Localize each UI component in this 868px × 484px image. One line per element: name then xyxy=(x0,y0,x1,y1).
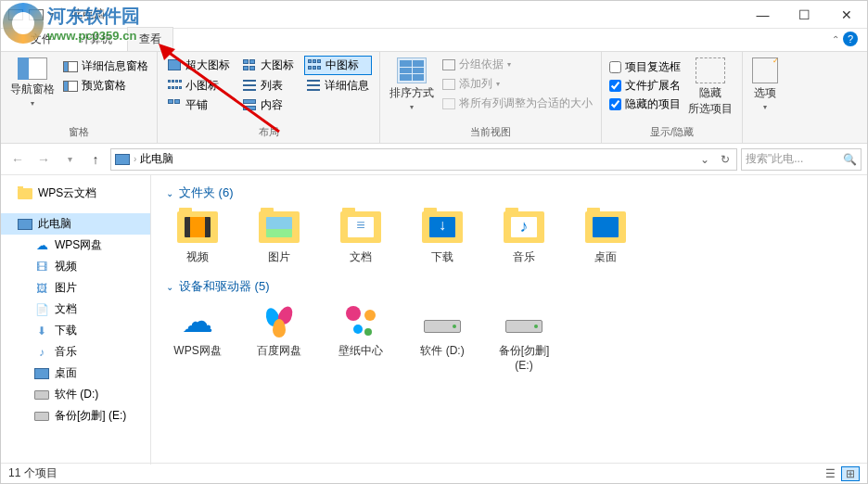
tree-pictures[interactable]: 🖼图片 xyxy=(1,277,150,299)
tree-videos[interactable]: 🎞视频 xyxy=(1,256,150,277)
detail-pane-icon xyxy=(63,61,78,72)
ribbon: 导航窗格 ▾ 详细信息窗格 预览窗格 窗格 超大图标 大图标 中图标 xyxy=(1,51,867,144)
layout-l-button[interactable]: 大图标 xyxy=(240,56,297,75)
drive-icon xyxy=(34,390,49,400)
tree-drive-e[interactable]: 备份[勿删] (E:) xyxy=(1,405,150,427)
item-checkbox-toggle[interactable]: 项目复选框 xyxy=(609,59,681,75)
status-item-count: 11 个项目 xyxy=(8,465,57,481)
drive-icon xyxy=(34,412,49,421)
tree-wps-disk[interactable]: ☁WPS网盘 xyxy=(1,235,150,256)
layout-content-button[interactable]: 内容 xyxy=(240,96,297,114)
group-label-showhide: 显示/隐藏 xyxy=(609,123,734,139)
folder-item-desktop[interactable]: 桌面 xyxy=(574,209,637,265)
address-dropdown-icon[interactable]: ⌄ xyxy=(696,150,714,169)
recent-dropdown[interactable]: ▾ xyxy=(58,148,81,171)
nav-pane-button[interactable]: 导航窗格 ▾ xyxy=(8,56,57,109)
desktop-icon xyxy=(34,368,49,379)
chevron-right-icon[interactable]: › xyxy=(134,154,136,164)
nav-pane-icon xyxy=(18,57,47,80)
ribbon-group-showhide: 项目复选框 文件扩展名 隐藏的项目 隐藏 所选项目 显示/隐藏 xyxy=(602,52,743,143)
file-ext-toggle[interactable]: 文件扩展名 xyxy=(609,78,681,94)
group-label-layout: 布局 xyxy=(165,123,372,139)
qat-icon[interactable] xyxy=(29,9,44,20)
search-icon: 🔍 xyxy=(843,153,857,166)
layout-s-button[interactable]: 小图标 xyxy=(165,77,233,95)
up-button[interactable]: ↑ xyxy=(84,148,107,171)
section-devices-header[interactable]: ⌄设备和驱动器 (5) xyxy=(166,278,852,295)
add-columns-button[interactable]: 添加列▾ xyxy=(441,75,594,93)
refresh-button[interactable]: ↻ xyxy=(716,150,734,169)
tree-wps-cloud[interactable]: WPS云文档 xyxy=(1,183,150,204)
help-icon[interactable]: ? xyxy=(843,32,858,46)
group-by-button[interactable]: 分组依据▾ xyxy=(441,56,594,73)
nav-tree: WPS云文档 此电脑 ☁WPS网盘 🎞视频 🖼图片 📄文档 ⬇下载 ♪音乐 桌面… xyxy=(1,175,151,465)
video-icon: 🎞 xyxy=(34,261,49,274)
tree-this-pc[interactable]: 此电脑 xyxy=(1,213,150,235)
folder-item-video[interactable]: 视频 xyxy=(166,209,229,265)
folder-item-downloads[interactable]: 下载 xyxy=(411,209,474,265)
drive-item-baidu[interactable]: 百度网盘 xyxy=(248,302,311,372)
forward-button: → xyxy=(32,148,55,171)
group-label-currentview: 当前视图 xyxy=(388,123,594,139)
drive-item-e[interactable]: 备份[勿删] (E:) xyxy=(492,302,555,372)
title-bar: ▾ 此电脑 — ☐ ✕ xyxy=(1,1,867,29)
section-folders-header[interactable]: ⌄文件夹 (6) xyxy=(166,185,852,201)
hide-selected-button[interactable]: 隐藏 所选项目 xyxy=(686,56,734,119)
options-button[interactable]: ✓ 选项 ▾ xyxy=(750,56,780,113)
ribbon-group-layout: 超大图标 大图标 中图标 小图标 列表 详细信息 平铺 内容 布局 xyxy=(158,52,380,143)
qat-icon[interactable] xyxy=(8,9,23,20)
tree-drive-d[interactable]: 软件 (D:) xyxy=(1,384,150,405)
status-bar: 11 个项目 ☰ ⊞ xyxy=(1,463,867,483)
tree-downloads[interactable]: ⬇下载 xyxy=(1,320,150,341)
maximize-button[interactable]: ☐ xyxy=(784,1,825,29)
pc-icon xyxy=(115,154,130,165)
layout-detail-button[interactable]: 详细信息 xyxy=(304,77,372,95)
preview-pane-button[interactable]: 预览窗格 xyxy=(62,77,149,95)
tab-view[interactable]: 查看 xyxy=(127,27,173,51)
minimize-button[interactable]: — xyxy=(742,1,784,29)
breadcrumb[interactable]: 此电脑 xyxy=(140,151,173,167)
tree-desktop[interactable]: 桌面 xyxy=(1,363,150,384)
view-details-button[interactable]: ☰ xyxy=(821,466,839,481)
search-input[interactable]: 搜索"此电... 🔍 xyxy=(741,148,862,171)
ribbon-group-panes: 导航窗格 ▾ 详细信息窗格 预览窗格 窗格 xyxy=(1,52,158,143)
tree-documents[interactable]: 📄文档 xyxy=(1,299,150,320)
tab-file[interactable]: 文件 xyxy=(19,28,64,51)
qat-dropdown-icon[interactable]: ▾ xyxy=(49,9,54,19)
ribbon-tabs: 文件 计算机 查看 ⌃ ? xyxy=(1,29,867,51)
picture-icon: 🖼 xyxy=(34,282,49,295)
chevron-down-icon: ⌄ xyxy=(166,188,173,198)
folder-item-pictures[interactable]: 图片 xyxy=(248,209,311,265)
address-bar[interactable]: › 此电脑 ⌄ ↻ xyxy=(110,148,737,171)
layout-m-button[interactable]: 中图标 xyxy=(304,56,372,75)
ribbon-collapse-icon[interactable]: ⌃ xyxy=(832,34,839,45)
layout-tile-button[interactable]: 平铺 xyxy=(165,96,233,114)
window-title: 此电脑 xyxy=(71,6,105,22)
folder-item-music[interactable]: 音乐 xyxy=(492,209,555,265)
document-icon: 📄 xyxy=(34,303,49,316)
cloud-icon: ☁ xyxy=(34,240,49,251)
close-button[interactable]: ✕ xyxy=(825,1,867,29)
tree-music[interactable]: ♪音乐 xyxy=(1,341,150,363)
drive-item-d[interactable]: 软件 (D:) xyxy=(411,302,474,372)
content-pane: ⌄文件夹 (6) 视频 图片 文档 下载 音乐 桌面 ⌄设备和驱动器 (5) ☁… xyxy=(151,175,867,465)
layout-xl-button[interactable]: 超大图标 xyxy=(165,56,233,75)
folder-icon xyxy=(18,188,32,199)
drive-item-wallpaper[interactable]: 壁纸中心 xyxy=(329,302,392,372)
fit-columns-button: 将所有列调整为合适的大小 xyxy=(441,95,594,112)
sort-button[interactable]: 排序方式 ▾ xyxy=(388,56,436,113)
music-icon: ♪ xyxy=(34,346,49,359)
back-button[interactable]: ← xyxy=(6,148,29,171)
layout-list-button[interactable]: 列表 xyxy=(240,77,297,95)
tab-computer[interactable]: 计算机 xyxy=(68,28,123,51)
drive-item-wps[interactable]: ☁WPS网盘 xyxy=(166,302,229,372)
ribbon-group-currentview: 排序方式 ▾ 分组依据▾ 添加列▾ 将所有列调整为合适的大小 当前视图 xyxy=(380,52,602,143)
hide-icon xyxy=(696,57,725,83)
view-icons-button[interactable]: ⊞ xyxy=(841,466,860,481)
pc-icon xyxy=(18,219,32,230)
detail-pane-button[interactable]: 详细信息窗格 xyxy=(62,57,149,75)
drive-icon xyxy=(424,320,461,333)
hidden-items-toggle[interactable]: 隐藏的项目 xyxy=(609,96,681,112)
quick-access-toolbar: ▾ xyxy=(1,7,64,22)
folder-item-documents[interactable]: 文档 xyxy=(329,209,392,265)
